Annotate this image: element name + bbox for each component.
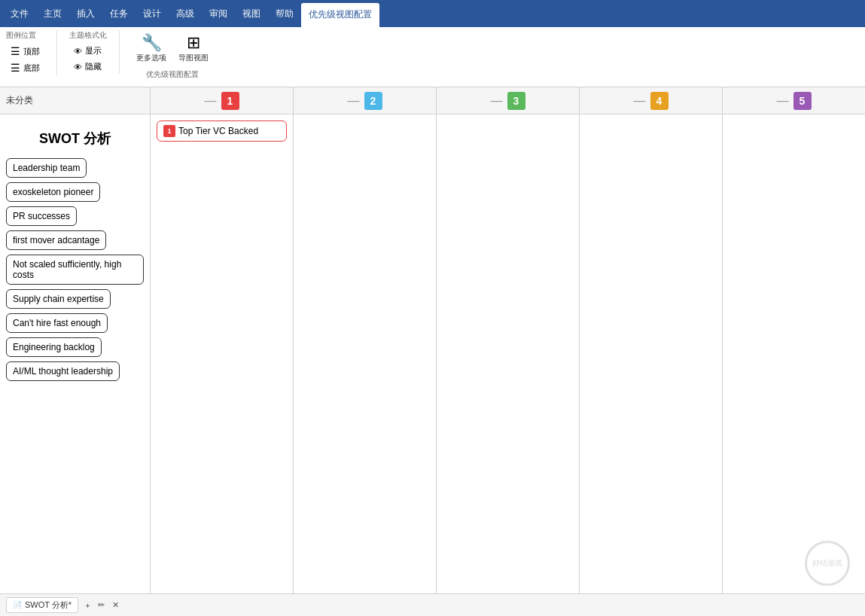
document-icon: 📄 [13,601,22,609]
menu-advanced[interactable]: 高级 [169,0,202,27]
ribbon-group-legend-label: 图例位置 [6,30,44,41]
ribbon-group-options-label: 优先级视图配置 [146,69,199,80]
hide-label: 隐藏 [85,61,102,72]
status-edit-btn[interactable]: ✏ [96,599,107,611]
card-engineering-backlog[interactable]: Engineering backlog [6,337,102,357]
card-exoskeleton-pioneer[interactable]: exoskeleton pioneer [6,182,100,202]
ribbon-btn-hide[interactable]: 👁 隐藏 [69,59,106,74]
bottom-icon: ☰ [11,62,20,74]
top-icon: ☰ [11,45,20,57]
card-leadership-team[interactable]: Leadership team [6,158,87,178]
wrench-icon: 🔧 [142,33,162,53]
status-actions: + ✏ ✕ [83,599,120,611]
status-tab-group: 📄 SWOT 分析* + ✏ ✕ [6,597,121,613]
status-tab[interactable]: 📄 SWOT 分析* [6,597,78,613]
menu-file[interactable]: 文件 [3,0,36,27]
ribbon-group-legend: 图例位置 ☰ 顶部 ☰ 底部 [6,30,57,75]
priority-badge-3: 3 [507,92,525,110]
status-close-btn[interactable]: ✕ [110,599,121,611]
menu-design[interactable]: 设计 [136,0,169,27]
ribbon-legend-bottom-row: ☰ 底部 [6,60,44,75]
bottom-label: 底部 [23,63,40,74]
ribbon-group-theme: 主题格式化 👁 显示 👁 隐藏 [69,30,120,74]
more-options-label: 更多选项 [136,53,166,63]
priority-badge-2: 2 [364,92,382,110]
ribbon-theme-hide-row: 👁 隐藏 [69,59,107,74]
ribbon-group-theme-label: 主题格式化 [69,30,107,41]
menu-priority-config[interactable]: 优先级视图配置 [301,3,379,27]
priority-col-3 [437,114,580,593]
unclassified-header: 未分类 [0,87,151,114]
priority-col-header-2: — 2 [294,87,437,114]
card-icon-p1: 1 [163,125,175,137]
priority-badge-5: 5 [793,92,812,110]
dash-4: — [634,94,646,108]
ribbon-btn-map-view[interactable]: ⊞ 导图视图 [174,30,213,66]
map-view-icon: ⊞ [187,33,200,53]
card-top-tier-vc[interactable]: 1 Top Tier VC Backed [157,120,287,142]
priority-col-header-1: — 1 [151,87,294,114]
watermark-text: 好结游戏 [812,558,842,569]
priority-col-1: 1 Top Tier VC Backed [151,114,294,593]
menu-home[interactable]: 主页 [36,0,69,27]
card-pr-successes[interactable]: PR successes [6,206,77,226]
menu-bar: 文件 主页 插入 任务 设计 高级 审阅 视图 帮助 优先级视图配置 [0,0,865,27]
dash-2: — [348,94,360,108]
dash-1: — [205,94,217,108]
menu-task[interactable]: 任务 [102,0,136,27]
content-area: 未分类 — 1 — 2 — 3 — 4 — 5 SWOT 分析 Leadersh… [0,87,865,593]
ribbon: 图例位置 ☰ 顶部 ☰ 底部 主题格式化 👁 显示 👁 隐藏 [0,27,865,87]
priority-col-4 [580,114,723,593]
ribbon-btn-bottom[interactable]: ☰ 底部 [6,60,44,75]
main-grid: SWOT 分析 Leadership team exoskeleton pion… [0,114,865,593]
card-aiml-leadership[interactable]: AI/ML thought leadership [6,361,120,381]
dash-3: — [491,94,503,108]
ribbon-legend-rows: ☰ 顶部 [6,44,44,59]
unclassified-column: SWOT 分析 Leadership team exoskeleton pion… [0,114,151,593]
status-add-btn[interactable]: + [83,600,92,611]
priority-col-header-3: — 3 [437,87,580,114]
card-not-scaled[interactable]: Not scaled sufficiently, high costs [6,255,144,285]
watermark: 好结游戏 [805,541,850,586]
priority-col-header-4: — 4 [580,87,723,114]
menu-review[interactable]: 审阅 [202,0,235,27]
priority-badge-1: 1 [221,92,239,110]
priority-badge-4: 4 [650,92,669,110]
top-label: 顶部 [23,46,40,57]
card-cant-hire[interactable]: Can't hire fast enough [6,313,108,333]
ribbon-btn-more-options[interactable]: 🔧 更多选项 [132,30,171,66]
card-top-tier-label: Top Tier VC Backed [178,126,258,136]
status-bar: 📄 SWOT 分析* + ✏ ✕ [0,593,865,616]
menu-view[interactable]: 视图 [235,0,268,27]
swot-title: SWOT 分析 [6,120,144,154]
ribbon-btn-top[interactable]: ☰ 顶部 [6,44,44,59]
dash-5: — [777,94,789,108]
ribbon-group-options: 🔧 更多选项 ⊞ 导图视图 优先级视图配置 [132,30,225,80]
priority-col-header-5: — 5 [723,87,865,114]
menu-insert[interactable]: 插入 [69,0,102,27]
show-label: 显示 [85,45,102,56]
priority-col-2 [294,114,437,593]
map-view-label: 导图视图 [178,53,209,63]
card-supply-chain[interactable]: Supply chain expertise [6,289,111,309]
priority-col-5 [723,114,865,593]
ribbon-option-buttons: 🔧 更多选项 ⊞ 导图视图 [132,30,213,66]
card-first-mover[interactable]: first mover adcantage [6,230,106,250]
ribbon-theme-show-row: 👁 显示 [69,44,107,58]
ribbon-btn-show[interactable]: 👁 显示 [69,44,106,58]
menu-help[interactable]: 帮助 [268,0,301,27]
eye-icon: 👁 [74,47,82,56]
eye-hide-icon: 👁 [74,63,82,72]
columns-header: 未分类 — 1 — 2 — 3 — 4 — 5 [0,87,865,114]
status-tab-label: SWOT 分析* [25,599,72,611]
